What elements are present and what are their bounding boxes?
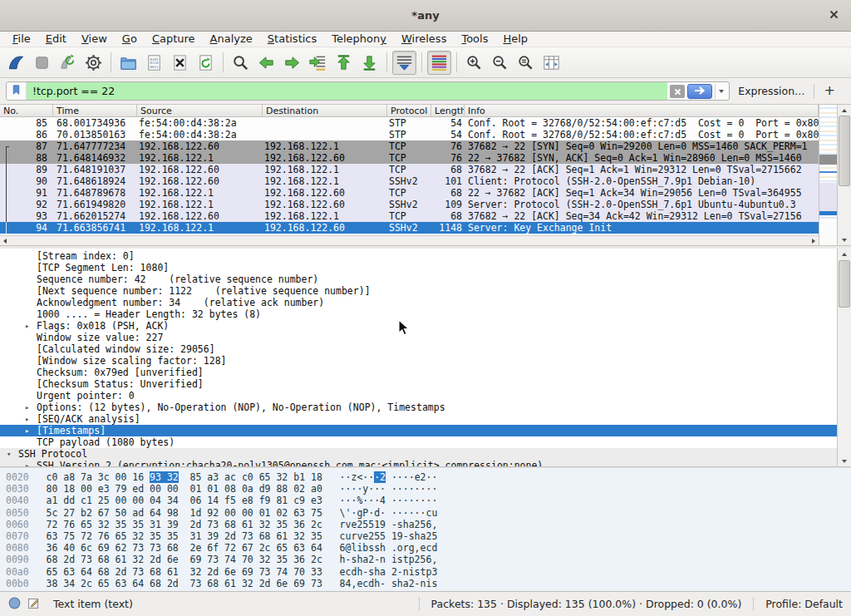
detail-line[interactable]: Urgent pointer: 0: [0, 390, 837, 402]
detail-line[interactable]: ▸SSH Version 2 (encryption:chacha20-poly…: [0, 460, 837, 466]
scroll-down-icon[interactable]: [838, 234, 851, 245]
go-last-button[interactable]: [357, 51, 381, 75]
hex-row-0050[interactable]: 0050 5c 27 b2 67 50 ad 64 98 1d 92 00 00…: [6, 507, 851, 519]
scrollbar-thumb[interactable]: [839, 116, 850, 186]
resize-columns-button[interactable]: [539, 51, 563, 75]
column-header-time[interactable]: Time: [53, 105, 137, 116]
intelligent-scrollbar-minimap[interactable]: [819, 105, 837, 245]
detail-line[interactable]: Sequence number: 42 (relative sequence n…: [0, 274, 837, 285]
filter-clear-button[interactable]: [670, 85, 685, 98]
menu-statistics[interactable]: Statistics: [260, 31, 324, 47]
zoom-in-button[interactable]: [462, 51, 486, 75]
packet-row-91[interactable]: 9171.648789678192.168.122.1192.168.122.6…: [0, 187, 819, 199]
detail-line[interactable]: ▸Flags: 0x018 (PSH, ACK): [0, 320, 837, 332]
column-header-destination[interactable]: Destination: [263, 105, 387, 116]
packet-list-hscrollbar[interactable]: [0, 235, 819, 245]
detail-line[interactable]: TCP payload (1080 bytes): [0, 436, 837, 448]
expand-arrow-icon[interactable]: ▸: [25, 425, 29, 436]
detail-line[interactable]: Checksum: 0x79ed [unverified]: [0, 367, 837, 378]
menu-wireless[interactable]: Wireless: [394, 31, 454, 47]
detail-line[interactable]: [Checksum Status: Unverified]: [0, 378, 837, 390]
packet-row-89[interactable]: 8971.648191037192.168.122.60192.168.122.…: [0, 164, 819, 175]
hex-row-0040[interactable]: 0040 a1 dd c1 25 00 00 04 34 06 14 f5 e8…: [6, 495, 851, 506]
menu-telephony[interactable]: Telephony: [324, 31, 394, 47]
detail-line[interactable]: [Window size scaling factor: 128]: [0, 355, 837, 367]
colorize-button[interactable]: [427, 51, 451, 75]
hex-row-0060[interactable]: 0060 72 76 65 32 35 35 31 39 2d 73 68 61…: [6, 519, 851, 530]
column-header-source[interactable]: Source: [137, 105, 263, 116]
go-first-button[interactable]: [332, 51, 356, 75]
detail-line[interactable]: ▸[Timestamps]: [0, 425, 837, 436]
zoom-reset-button[interactable]: [514, 51, 538, 75]
menu-tools[interactable]: Tools: [454, 31, 495, 47]
column-header-no[interactable]: No.: [0, 105, 53, 116]
hex-row-00b0[interactable]: 00b0 38 34 2c 65 63 64 68 2d 73 68 61 32…: [6, 578, 851, 589]
hex-row-0070[interactable]: 0070 63 75 72 76 65 32 35 35 31 39 2d 73…: [6, 530, 851, 542]
details-vscrollbar[interactable]: [837, 249, 851, 466]
scroll-up-icon[interactable]: [838, 249, 851, 259]
detail-line[interactable]: ▸[SEQ/ACK analysis]: [0, 413, 837, 425]
go-forward-button[interactable]: [280, 51, 304, 75]
open-file-button[interactable]: [116, 51, 140, 75]
menu-go[interactable]: Go: [115, 31, 145, 47]
packet-row-85[interactable]: 8568.001734936fe:54:00:d4:38:2aSTP54Conf…: [0, 117, 819, 129]
shark-fin-start-button[interactable]: [4, 51, 28, 75]
packet-row-90[interactable]: 9071.648618924192.168.122.60192.168.122.…: [0, 175, 819, 187]
window-close-button[interactable]: [825, 0, 843, 31]
scroll-right-icon[interactable]: [812, 239, 815, 244]
expand-arrow-icon[interactable]: ▸: [25, 413, 29, 425]
scrollbar-thumb[interactable]: [839, 260, 850, 308]
packet-row-88[interactable]: 8871.648146932192.168.122.1192.168.122.6…: [0, 152, 819, 164]
stop-capture-button[interactable]: [30, 51, 54, 75]
expression-button[interactable]: Expression…: [730, 85, 813, 97]
detail-line[interactable]: 1000 .... = Header Length: 32 bytes (8): [0, 308, 837, 320]
expand-arrow-icon[interactable]: ▸: [25, 402, 29, 413]
find-packet-button[interactable]: [229, 51, 253, 75]
column-header-info[interactable]: Info: [465, 105, 819, 116]
hex-row-00a0[interactable]: 00a0 65 63 64 68 2d 73 68 61 32 2d 6e 69…: [6, 566, 851, 578]
detail-line[interactable]: Acknowledgment number: 34 (relative ack …: [0, 297, 837, 308]
menu-edit[interactable]: Edit: [38, 31, 74, 47]
detail-line[interactable]: [Next sequence number: 1122 (relative se…: [0, 285, 837, 297]
close-file-button[interactable]: [168, 51, 192, 75]
zoom-out-button[interactable]: [488, 51, 512, 75]
statusbar-profile[interactable]: Profile: Default: [753, 598, 843, 610]
filter-apply-button[interactable]: [687, 84, 712, 99]
reload-file-button[interactable]: [194, 51, 218, 75]
packet-row-93[interactable]: 9371.662015274192.168.122.60192.168.122.…: [0, 210, 819, 222]
packet-list-vscrollbar[interactable]: [837, 105, 851, 245]
filter-bookmark-button[interactable]: [7, 82, 27, 100]
hex-row-0030[interactable]: 0030 80 18 00 e3 79 ed 00 00 01 01 08 0a…: [6, 483, 851, 495]
packet-row-87[interactable]: 8771.647777234192.168.122.60192.168.122.…: [0, 140, 819, 152]
display-filter-input[interactable]: [27, 82, 667, 100]
detail-line[interactable]: ▸Options: (12 bytes), No-Operation (NOP)…: [0, 402, 837, 413]
expand-arrow-icon[interactable]: ▸: [25, 460, 29, 466]
menu-file[interactable]: File: [5, 31, 38, 47]
scroll-up-icon[interactable]: [838, 105, 851, 116]
hex-row-0080[interactable]: 0080 36 40 6c 69 62 73 73 68 2e 6f 72 67…: [6, 542, 851, 554]
hex-row-0090[interactable]: 0090 68 2d 73 68 61 32 2d 6e 69 73 74 70…: [6, 554, 851, 565]
menu-analyze[interactable]: Analyze: [203, 31, 260, 47]
capture-comment-icon[interactable]: [27, 597, 40, 612]
go-back-button[interactable]: [254, 51, 278, 75]
menu-help[interactable]: Help: [495, 31, 535, 47]
detail-line[interactable]: ▾SSH Protocol: [0, 448, 837, 460]
packet-row-86[interactable]: 8670.013850163fe:54:00:d4:38:2aSTP54Conf…: [0, 129, 819, 140]
detail-line[interactable]: [Calculated window size: 29056]: [0, 343, 837, 355]
collapse-arrow-icon[interactable]: ▾: [7, 448, 11, 460]
scroll-down-icon[interactable]: [838, 456, 851, 466]
expert-info-icon[interactable]: [8, 597, 21, 612]
detail-line[interactable]: [Stream index: 0]: [0, 250, 837, 262]
menu-view[interactable]: View: [74, 31, 115, 47]
capture-options-button[interactable]: [81, 51, 106, 75]
menu-capture[interactable]: Capture: [145, 31, 203, 47]
detail-line[interactable]: [TCP Segment Len: 1080]: [0, 262, 837, 274]
go-to-packet-button[interactable]: [306, 51, 330, 75]
hex-row-0020[interactable]: 0020 c0 a8 7a 3c 00 16 93 32 85 a3 ac c0…: [6, 471, 851, 483]
expand-arrow-icon[interactable]: ▸: [25, 320, 29, 332]
filter-history-dropdown[interactable]: [715, 84, 727, 99]
save-file-button[interactable]: 010101100011: [142, 51, 166, 75]
detail-line[interactable]: Window size value: 227: [0, 332, 837, 343]
restart-capture-button[interactable]: [56, 51, 80, 75]
column-header-protocol[interactable]: Protocol: [387, 105, 431, 116]
